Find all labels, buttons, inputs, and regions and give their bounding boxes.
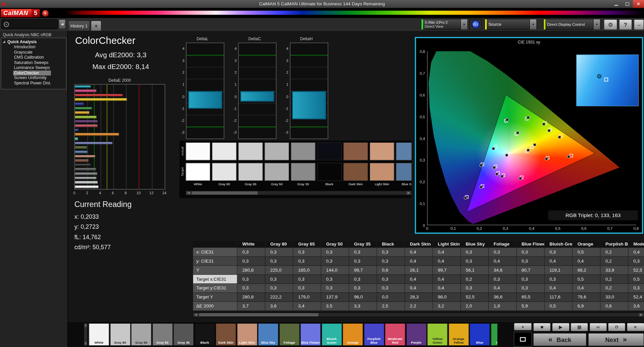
new-tab-button[interactable]: + [91, 20, 102, 31]
collapse-sidebar-button[interactable]: ◀ [59, 19, 66, 29]
back-button[interactable]: « Back [533, 333, 586, 346]
swatch-row-target [185, 163, 411, 181]
minimize-button[interactable] [611, 0, 622, 8]
scroll-left-icon[interactable]: ◀ [186, 191, 191, 195]
next-button[interactable]: Next » [588, 333, 644, 346]
patch-foliage[interactable]: Foliage [279, 323, 300, 346]
meter-caret-icon[interactable]: ▼ [461, 19, 468, 30]
column-header-purplish-blue: Purplish Blue [600, 241, 628, 248]
patch-green[interactable]: Green [491, 323, 497, 346]
patch-blue[interactable]: Blue [470, 323, 490, 346]
play-button[interactable]: ▶ [552, 323, 570, 332]
continuous-button[interactable]: ∞ [589, 323, 607, 332]
calman-logo[interactable]: CalMAN 5 ▼ [1, 9, 49, 18]
y-tick-label: 1 [286, 83, 288, 87]
cie-measured-point [516, 131, 519, 134]
row-label[interactable]: Target y:CIE31 [193, 284, 237, 293]
scroll-thumb[interactable] [199, 314, 318, 317]
patch-orange[interactable]: Orange [342, 323, 363, 346]
table-cell: 137,9 [321, 293, 349, 302]
source-caret-icon[interactable]: ▼ [529, 19, 536, 30]
swatch-scrollbar[interactable]: ◀ ▶ [185, 191, 411, 195]
patch-gray-50[interactable]: Gray 50 [152, 323, 173, 346]
y-tick-label: 3 [182, 59, 184, 63]
patch-bluish-green[interactable]: Bluish Green [321, 323, 342, 346]
display-control-caret-icon[interactable]: ▼ [593, 19, 600, 30]
pattern-up-icon[interactable]: ▲ [514, 323, 532, 331]
rgb-triplet-readout: RGB Triplet: 0, 133, 163 [548, 210, 638, 220]
search-input[interactable] [11, 21, 56, 27]
patch-gray-35[interactable]: Gray 35 [173, 323, 194, 346]
source-dropdown[interactable]: Source ▼ [485, 19, 537, 30]
patch-yellow-green[interactable]: Yellow Green [427, 323, 447, 346]
sidebar-item-grayscale[interactable]: Grayscale [1, 50, 66, 55]
row-label[interactable]: Target Y [193, 293, 237, 302]
row-label[interactable]: x: CIE31 [193, 248, 237, 257]
table-cell: 0,6 [377, 266, 405, 275]
sidebar-item-quick-analysis[interactable]: ◢ Quick Analysis [1, 40, 66, 45]
meter-badge-button[interactable]: 221 [470, 19, 482, 30]
sidebar-item-luminance-sweeps[interactable]: Luminance Sweeps [1, 65, 66, 70]
sidebar-item-colorchecker[interactable]: ColorChecker [13, 70, 51, 75]
pattern-window-button[interactable]: ▦ [571, 323, 588, 332]
patch-blue-flower[interactable]: Blue Flower [300, 323, 321, 346]
help-button[interactable]: ? [619, 19, 632, 30]
sidebar-item-screen-uniformity[interactable]: Screen Uniformity [1, 75, 66, 80]
patch-purple[interactable]: Purple [406, 323, 426, 346]
scroll-right-icon[interactable]: ▶ [639, 313, 644, 317]
table-cell: 0,3 [293, 257, 321, 266]
stop-button[interactable]: ■ [533, 323, 551, 332]
table-scrollbar[interactable]: ◀ ▶ [193, 313, 644, 317]
refresh-button[interactable]: ⟳ [608, 323, 626, 332]
maximize-button[interactable] [622, 0, 633, 8]
scroll-left-icon[interactable]: ◀ [194, 313, 199, 317]
deltaL-value-bar [188, 91, 222, 109]
y-tick-label: -3 [181, 130, 184, 134]
row-label[interactable]: Y [193, 266, 237, 275]
table-cell: 0,3 [517, 248, 544, 257]
sidebar-item-introduction[interactable]: Introduction [1, 45, 66, 50]
patch-gray-80[interactable]: Gray 80 [110, 323, 130, 346]
row-label[interactable]: ΔE 2000 [193, 302, 237, 311]
patch-orange-yellow[interactable]: Orange Yellow [448, 323, 469, 346]
sidebar-item-cms-calibration[interactable]: CMS Calibration [1, 55, 66, 60]
table-cell: 26,1 [405, 266, 433, 275]
patch-gray-65[interactable]: Gray 65 [131, 323, 152, 346]
patch-black[interactable]: Black [195, 323, 215, 346]
scroll-thumb[interactable] [192, 192, 258, 195]
row-label[interactable]: Target x:CIE31 [193, 275, 237, 284]
deltae-bar-white [75, 185, 99, 188]
tree-expander-icon[interactable]: ◢ [3, 40, 5, 44]
close-button[interactable]: × [633, 0, 644, 8]
swatch-label: Gray 65 [238, 183, 263, 186]
sidebar-item-spectral-power-dist[interactable]: Spectral Power Dist. [1, 81, 66, 86]
patch-blue-sky[interactable]: Blue Sky [258, 323, 278, 346]
deltal-plot [186, 43, 224, 139]
settings-gear-icon[interactable]: ⚙ [604, 19, 617, 30]
sidebar-item-saturation-sweeps[interactable]: Saturation Sweeps [1, 60, 66, 65]
display-control-dropdown[interactable]: Direct Display Control ▼ [543, 19, 600, 30]
target-swatch-blue-sky [396, 163, 412, 181]
meter-dropdown[interactable]: X-Rite i1Pro 2 Direct View ▼ [421, 19, 468, 30]
row-label[interactable]: y: CIE31 [193, 257, 237, 266]
deltae-bar-gray-50 [75, 172, 97, 175]
tab-history-1[interactable]: History 1 [68, 20, 90, 31]
table-cell: 0,3 [489, 248, 517, 257]
actual-swatch-white [185, 142, 210, 160]
patch-dark-skin[interactable]: Dark Skin [216, 323, 236, 346]
x-tick-label: 10 [135, 191, 142, 195]
popout-arrow-icon[interactable]: → [634, 19, 644, 30]
search-box[interactable] [1, 19, 58, 29]
patch-moderate-red[interactable]: Moderate Red [385, 323, 405, 346]
cie-measured-point [558, 136, 561, 139]
gridline [186, 115, 224, 115]
patch-purplish-blue[interactable]: Purplish Blue [364, 323, 384, 346]
logo-menu-caret-icon[interactable]: ▼ [42, 10, 49, 17]
patch-white[interactable]: White [89, 323, 109, 346]
patch-light-skin[interactable]: Light Skin [237, 323, 257, 346]
menu-button[interactable]: ≡ [627, 323, 644, 332]
table-cell: 52,5 [461, 293, 489, 302]
pattern-preview-button[interactable] [514, 332, 532, 347]
table-cell: 0,3 [545, 248, 573, 257]
scroll-right-icon[interactable]: ▶ [406, 191, 411, 195]
